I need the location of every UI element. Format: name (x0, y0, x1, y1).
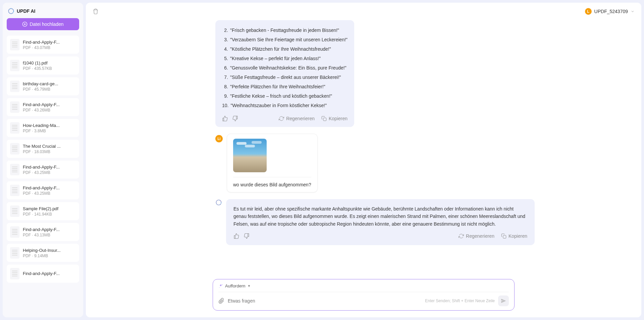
file-item[interactable]: Find-and-Apply-F... PDF · 43.07MB (7, 36, 79, 54)
pdf-icon (10, 205, 19, 217)
file-name: Find-and-Apply-F... (23, 271, 76, 276)
send-button[interactable] (498, 295, 509, 306)
regenerate-button[interactable]: Regenerieren (459, 233, 494, 239)
thumbs-down-button[interactable] (244, 233, 250, 239)
user-message: Li wo wurde dieses Bild aufgenommen? (215, 134, 635, 192)
svg-rect-3 (323, 118, 326, 121)
file-item[interactable]: Find-and-Apply-F... (7, 265, 79, 283)
pdf-icon (10, 39, 19, 50)
user-bubble: wo wurde dieses Bild aufgenommen? (227, 134, 318, 192)
list-item: 2."Frisch gebacken - Festtagsfreude in j… (222, 26, 347, 35)
copy-button[interactable]: Kopieren (321, 116, 347, 121)
file-name: Find-and-Apply-F... (23, 102, 76, 107)
thumbs-up-button[interactable] (222, 116, 228, 122)
list-item: 5."Kreative Kekse – perfekt für jeden An… (222, 54, 347, 63)
uploaded-image[interactable] (233, 139, 267, 172)
sidebar: UPDF AI Datei hochladen Find-and-Apply-F… (3, 3, 83, 317)
file-item[interactable]: Find-and-Apply-F... PDF · 43.26MB (7, 98, 79, 116)
sidebar-header: UPDF AI (7, 7, 79, 15)
file-size: PDF · 43.07MB (23, 45, 76, 50)
file-item[interactable]: How-Leading-Ma... PDF · 3.8MB (7, 119, 79, 137)
dropdown-icon: ▼ (247, 284, 251, 288)
prompt-label: Auffordern (225, 283, 245, 288)
message-actions: Regenerieren Kopieren (233, 233, 527, 239)
list-item: 7."Süße Festtagsfreude – direkt aus unse… (222, 73, 347, 82)
thumbs-down-icon (232, 116, 238, 122)
file-item[interactable]: The Most Crucial ... PDF · 18.03MB (7, 140, 79, 158)
user-text: wo wurde dieses Bild aufgenommen? (233, 182, 311, 187)
file-size: PDF · 43.13MB (23, 233, 76, 237)
file-size: PDF · 9.14MB (23, 254, 76, 258)
regenerate-icon (279, 116, 284, 121)
pdf-icon (10, 60, 19, 71)
trash-icon[interactable] (93, 8, 99, 14)
pdf-icon (10, 226, 19, 238)
upload-button[interactable]: Datei hochladen (7, 18, 79, 30)
copy-icon (501, 233, 506, 239)
file-item[interactable]: Helping-Out-Insur... PDF · 9.14MB (7, 244, 79, 262)
file-name: Helping-Out-Insur... (23, 248, 76, 253)
input-area: Auffordern ▼ Enter Senden; Shift + Enter… (86, 279, 641, 317)
file-size: PDF · 18.03MB (23, 149, 76, 154)
file-item[interactable]: Find-and-Apply-F... PDF · 43.13MB (7, 223, 79, 241)
file-item[interactable]: birthday-card-ge... PDF · 45.79MB (7, 77, 79, 95)
file-name: Find-and-Apply-F... (23, 185, 76, 190)
sidebar-title: UPDF AI (17, 8, 35, 14)
send-icon (501, 298, 506, 304)
file-name: How-Leading-Ma... (23, 123, 76, 128)
file-name: f1040 (1).pdf (23, 60, 76, 65)
file-item[interactable]: f1040 (1).pdf PDF · 435.57KB (7, 56, 79, 75)
upload-icon (22, 21, 28, 27)
chevron-down-icon (631, 9, 635, 13)
bot-bubble: 2."Frisch gebacken - Festtagsfreude in j… (215, 20, 354, 127)
file-item[interactable]: Find-and-Apply-F... PDF · 43.25MB (7, 161, 79, 179)
bot-text: Es tut mir leid, aber ohne spezifische m… (233, 205, 527, 228)
svg-point-0 (8, 8, 14, 14)
pdf-icon (10, 185, 19, 196)
file-size: PDF · 45.79MB (23, 87, 76, 92)
message-input[interactable] (228, 298, 422, 304)
file-item[interactable]: Sample File(2).pdf PDF · 141.94KB (7, 202, 79, 220)
sparkle-icon (218, 284, 223, 288)
file-size: PDF · 43.25MB (23, 191, 76, 196)
file-list: Find-and-Apply-F... PDF · 43.07MB f1040 … (7, 33, 79, 313)
thumbs-up-icon (233, 233, 239, 239)
main-header: L UPDF_5243709 (86, 3, 641, 20)
list-item: 6."Genussvolle Weihnachtskekse: Ein Biss… (222, 63, 347, 73)
thumbs-down-button[interactable] (232, 116, 238, 122)
svg-rect-6 (503, 235, 506, 238)
list-item: 10."Weihnachtszauber in Form köstlicher … (222, 101, 347, 110)
file-name: Find-and-Apply-F... (23, 165, 76, 170)
username: UPDF_5243709 (594, 9, 628, 14)
regenerate-icon (459, 233, 464, 239)
thumbs-up-button[interactable] (233, 233, 239, 239)
bot-message: Es tut mir leid, aber ohne spezifische m… (215, 199, 635, 245)
pdf-icon (10, 143, 19, 154)
svg-point-8 (219, 287, 219, 287)
file-name: Find-and-Apply-F... (23, 227, 76, 232)
updf-logo-icon (8, 8, 14, 14)
input-box: Auffordern ▼ Enter Senden; Shift + Enter… (213, 279, 515, 311)
user-avatar: L (585, 8, 592, 15)
copy-icon (321, 116, 327, 121)
divider (233, 177, 311, 177)
user-menu[interactable]: L UPDF_5243709 (585, 8, 635, 15)
input-hint: Enter Senden; Shift + Enter Neue Zeile (425, 299, 495, 303)
svg-point-7 (222, 284, 222, 285)
prompt-selector[interactable]: Auffordern ▼ (218, 283, 509, 292)
upload-label: Datei hochladen (30, 21, 63, 27)
pdf-icon (10, 101, 19, 113)
copy-button[interactable]: Kopieren (501, 233, 527, 239)
bot-bubble: Es tut mir leid, aber ohne spezifische m… (226, 199, 535, 245)
list-item: 9."Festliche Kekse – frisch und köstlich… (222, 91, 347, 101)
thumbs-up-icon (222, 116, 228, 122)
file-name: Find-and-Apply-F... (23, 40, 76, 45)
user-message-avatar: Li (215, 135, 223, 142)
file-name: birthday-card-ge... (23, 81, 76, 86)
regenerate-button[interactable]: Regenerieren (279, 116, 315, 121)
file-size: PDF · 141.94KB (23, 212, 76, 217)
pdf-icon (10, 81, 19, 92)
attach-icon[interactable] (218, 298, 224, 304)
pdf-icon (10, 247, 19, 259)
file-item[interactable]: Find-and-Apply-F... PDF · 43.25MB (7, 181, 79, 199)
